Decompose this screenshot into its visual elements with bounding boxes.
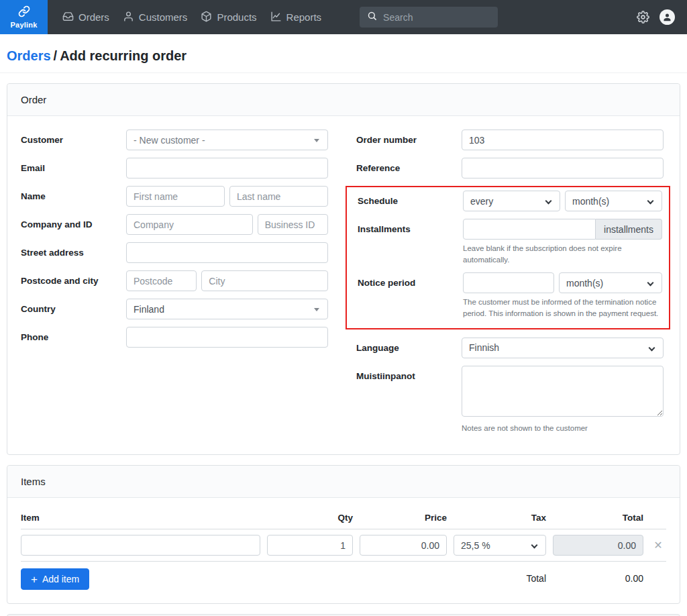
- order-card-title: Order: [7, 84, 680, 116]
- email-row: Email: [21, 158, 328, 178]
- schedule-row: Schedule every month(s): [358, 191, 662, 211]
- country-row: Country Finland: [21, 299, 328, 319]
- street-row: Street address: [21, 242, 328, 263]
- phone-field[interactable]: [126, 327, 328, 348]
- nav-item-orders[interactable]: Orders: [56, 11, 116, 24]
- company-label: Company and ID: [21, 214, 126, 235]
- order-number-label: Order number: [356, 130, 462, 150]
- breadcrumb-orders-link[interactable]: Orders: [7, 48, 51, 63]
- country-select-value: Finland: [134, 304, 164, 315]
- first-name-field[interactable]: [126, 186, 225, 207]
- main-nav: Orders Customers Products Reports: [56, 11, 328, 24]
- remove-item-icon[interactable]: ✕: [653, 540, 662, 551]
- company-field[interactable]: [126, 214, 253, 235]
- street-label: Street address: [21, 242, 126, 263]
- order-form-right-column: Order number Reference Schedule every: [356, 130, 664, 441]
- schedule-unit-value: month(s): [572, 196, 609, 207]
- add-item-button[interactable]: + Add item: [21, 568, 89, 590]
- name-label: Name: [21, 186, 126, 207]
- installments-field[interactable]: [463, 219, 596, 240]
- navbar-right: [637, 9, 687, 25]
- city-field[interactable]: [201, 270, 328, 291]
- business-id-field[interactable]: [258, 214, 328, 235]
- nav-item-products[interactable]: Products: [194, 11, 263, 24]
- notes-help-text: Notes are not shown to the customer: [462, 423, 664, 434]
- nav-item-label: Customers: [139, 11, 188, 23]
- search-icon: [367, 11, 377, 23]
- person-icon: [123, 11, 134, 24]
- add-item-button-label: Add item: [42, 574, 79, 584]
- item-price-field[interactable]: [360, 535, 447, 556]
- items-footer: + Add item Total 0.00: [21, 562, 666, 590]
- language-select[interactable]: Finnish: [462, 338, 664, 358]
- postcode-field[interactable]: [126, 270, 197, 291]
- reference-label: Reference: [356, 158, 462, 178]
- notice-period-field[interactable]: [463, 272, 554, 293]
- schedule-interval-value: every: [470, 196, 493, 207]
- search-input[interactable]: [383, 12, 490, 23]
- chart-icon: [270, 11, 282, 24]
- breadcrumb: Orders/Add recurring order: [0, 34, 687, 73]
- item-row: 25,5 % ✕: [21, 529, 666, 562]
- brand-logo[interactable]: Paylink: [0, 0, 48, 34]
- nav-item-reports[interactable]: Reports: [264, 11, 329, 24]
- inbox-icon: [62, 11, 74, 24]
- schedule-highlight-box: Schedule every month(s): [346, 186, 670, 329]
- customer-select[interactable]: - New customer -: [126, 130, 328, 150]
- installments-label: Installments: [358, 219, 463, 240]
- customer-select-value: - New customer -: [134, 135, 205, 146]
- column-header-price: Price: [360, 513, 447, 523]
- gear-icon[interactable]: [637, 11, 649, 23]
- notice-period-label: Notice period: [358, 272, 463, 293]
- chevron-down-icon: [531, 542, 538, 549]
- chevron-down-icon: [649, 344, 655, 351]
- order-number-field[interactable]: [462, 130, 664, 150]
- customer-label: Customer: [21, 130, 126, 150]
- nav-item-customers[interactable]: Customers: [116, 11, 195, 24]
- nav-item-label: Reports: [286, 11, 322, 23]
- chevron-down-icon: [545, 198, 552, 205]
- brand-name: Paylink: [11, 21, 38, 29]
- order-card: Order Customer - New customer - Email: [7, 83, 680, 455]
- items-card: Items Item Qty Price Tax Total 25,5 % ✕: [7, 465, 680, 604]
- items-card-title: Items: [7, 466, 680, 498]
- nav-item-label: Orders: [78, 11, 109, 23]
- plus-icon: +: [31, 574, 38, 585]
- notice-period-unit-value: month(s): [566, 278, 603, 289]
- country-select[interactable]: Finland: [126, 299, 328, 319]
- item-tax-select[interactable]: 25,5 %: [454, 535, 546, 556]
- reference-field[interactable]: [462, 158, 664, 178]
- last-name-field[interactable]: [229, 186, 328, 207]
- page-title: Add recurring order: [60, 48, 187, 63]
- country-label: Country: [21, 299, 126, 319]
- phone-label: Phone: [21, 327, 126, 348]
- email-field[interactable]: [126, 158, 328, 178]
- installments-row: Installments installments Leave blank if…: [358, 219, 662, 265]
- item-name-field[interactable]: [21, 535, 260, 556]
- column-header-item: Item: [21, 513, 260, 523]
- schedule-unit-select[interactable]: month(s): [565, 191, 662, 211]
- postcode-label: Postcode and city: [21, 270, 126, 291]
- installments-help-text: Leave blank if the subscription does not…: [463, 243, 662, 265]
- language-row: Language Finnish: [356, 338, 664, 358]
- items-total-label: Total: [454, 568, 546, 589]
- item-qty-field[interactable]: [267, 535, 353, 556]
- street-address-field[interactable]: [126, 242, 328, 263]
- notes-textarea[interactable]: [462, 366, 664, 417]
- column-header-tax: Tax: [454, 513, 546, 523]
- notice-period-unit-select[interactable]: month(s): [559, 272, 662, 293]
- schedule-interval-select[interactable]: every: [463, 191, 560, 211]
- nav-item-label: Products: [217, 11, 256, 23]
- language-select-value: Finnish: [469, 342, 499, 353]
- postcode-row: Postcode and city: [21, 270, 328, 291]
- company-row: Company and ID: [21, 214, 328, 235]
- items-table-header: Item Qty Price Tax Total: [21, 511, 666, 529]
- email-label: Email: [21, 158, 126, 178]
- chevron-down-icon: [647, 280, 654, 287]
- notice-period-help-text: The customer must be informed of the ter…: [463, 297, 662, 319]
- user-avatar[interactable]: [659, 9, 675, 25]
- chevron-down-icon: [647, 198, 654, 205]
- customer-row: Customer - New customer -: [21, 130, 328, 150]
- column-header-total: Total: [553, 513, 643, 523]
- phone-row: Phone: [21, 327, 328, 348]
